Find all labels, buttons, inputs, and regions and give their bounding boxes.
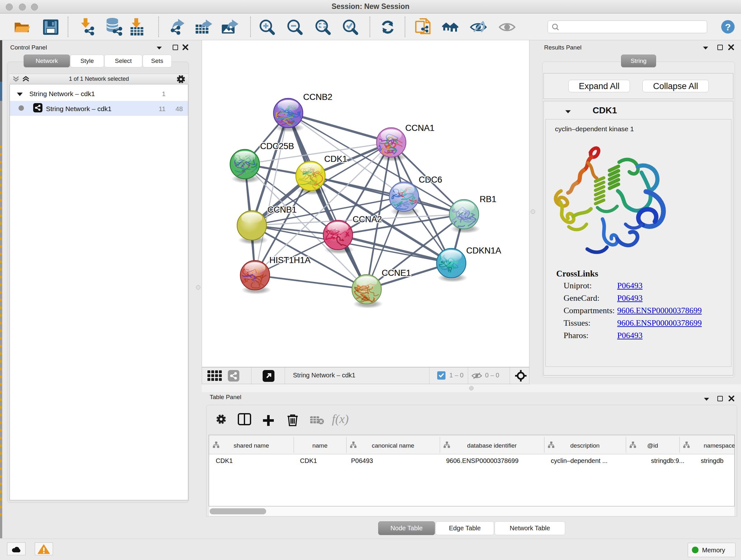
- svg-text:CDK1: CDK1: [324, 154, 347, 164]
- svg-text:CCNA1: CCNA1: [405, 123, 434, 133]
- svg-text:CDC6: CDC6: [419, 175, 442, 185]
- svg-text:CCNE1: CCNE1: [382, 268, 411, 278]
- svg-text:CCNA2: CCNA2: [353, 214, 382, 224]
- svg-text:CCNB2: CCNB2: [303, 92, 333, 102]
- svg-text:HIST1H1A: HIST1H1A: [269, 255, 311, 265]
- svg-text:CDKN1A: CDKN1A: [466, 246, 501, 255]
- svg-text:RB1: RB1: [480, 194, 496, 204]
- svg-text:CCNB1: CCNB1: [267, 205, 297, 214]
- svg-text:CDC25B: CDC25B: [260, 141, 294, 151]
